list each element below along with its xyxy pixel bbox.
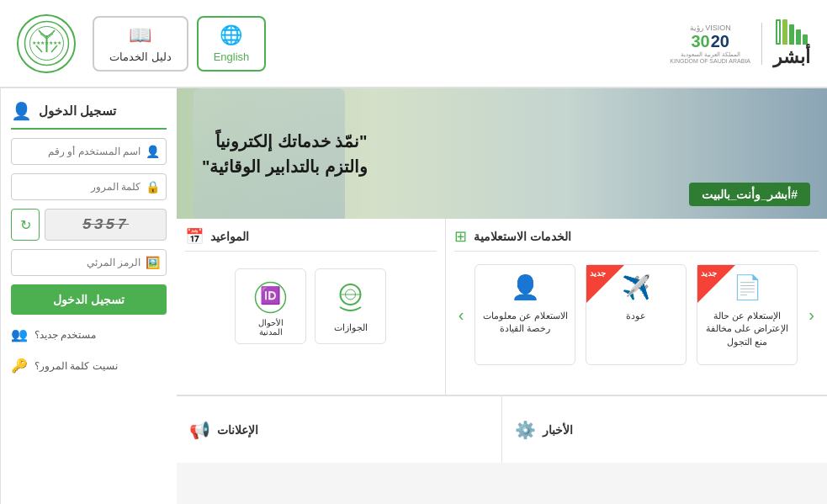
kingdom-label-en: KINGDOM OF SAUDI ARABIA <box>670 58 750 64</box>
abshir-title: أبشر <box>773 46 810 68</box>
calendar-icon: 📅 <box>185 227 204 246</box>
globe-icon: 🌐 <box>220 24 242 46</box>
news-title: الأخبار <box>543 423 573 437</box>
service-card-license[interactable]: 👤 الاستعلام عن معلومات رخصة القيادة <box>474 264 575 365</box>
bottom-row: الأخبار ⚙️ الإعلانات 📢 <box>177 395 827 463</box>
captcha-input[interactable] <box>11 249 167 276</box>
svg-line-3 <box>36 45 42 52</box>
forgot-password-link[interactable]: نسيت كلمة المرور؟ 🔑 <box>11 354 167 377</box>
passports-label: الجوازات <box>334 322 368 333</box>
vision-logo: أبشر VISION رؤية 20 30 المملكة العربية ا… <box>670 19 810 68</box>
guide-label: دليل الخدمات <box>109 50 172 63</box>
layers-icon: ⊞ <box>454 227 467 246</box>
login-sidebar: تسجيل الدخول 👤 👤 🔒 5357 ↻ 🖼️ تسجيل الدخو… <box>0 88 177 504</box>
svg-text:★★★★★★★: ★★★★★★★ <box>32 40 61 45</box>
civil-label: الأحوالالمدنية <box>258 318 284 337</box>
hero-banner: "نمّذ خدماتك إلكترونياً والتزم بالتدابير… <box>177 88 827 219</box>
username-wrapper: 👤 <box>11 138 167 165</box>
login-title-row: تسجيل الدخول 👤 <box>11 101 167 130</box>
main-layout: "نمّذ خدماتك إلكترونياً والتزم بالتدابير… <box>0 88 827 504</box>
passports-icon <box>330 280 372 322</box>
new-user-icon: 👥 <box>11 326 28 342</box>
announcements-icon: 📢 <box>189 420 210 440</box>
captcha-row: 5357 ↻ <box>11 209 167 241</box>
guide-button[interactable]: 📖 دليل الخدمات <box>93 16 188 72</box>
appointments-title: المواعيد <box>210 230 249 243</box>
vision-30: 30 <box>691 32 709 51</box>
login-icon: 👤 <box>11 101 32 121</box>
service-items-container: جديد 📄 الإستعلام عن حالة الإعتراض على مخ… <box>474 264 798 365</box>
new-user-label: مستخدم جديد؟ <box>34 329 96 341</box>
english-label: English <box>214 50 250 63</box>
header-buttons: 🌐 English 📖 دليل الخدمات <box>93 16 266 72</box>
appt-card-passports[interactable]: الجوازات <box>315 268 386 344</box>
banner-line2: والتزم بالتدابير الوقائية" <box>202 154 368 179</box>
english-button[interactable]: 🌐 English <box>197 16 267 72</box>
appointments-header: المواعيد 📅 <box>185 227 437 252</box>
captcha-input-wrapper: 🖼️ <box>11 249 167 276</box>
vision-label: VISION رؤية <box>690 24 731 32</box>
kingdom-label: المملكة العربية السعودية <box>681 51 740 58</box>
password-input[interactable] <box>11 173 167 200</box>
news-icon: ⚙️ <box>515 420 536 440</box>
inquiry-title: الخدمات الاستعلامية <box>474 230 571 243</box>
service-label-license: الاستعلام عن معلومات رخصة القيادة <box>482 310 568 336</box>
document-icon: 📄 <box>733 273 762 301</box>
forgot-password-icon: 🔑 <box>11 358 28 374</box>
service-label-violation: الإستعلام عن حالة الإعتراض على مخالفة من… <box>704 310 790 348</box>
appointment-items: الجوازات 🆔 الأحوالالمدنية <box>185 260 437 353</box>
services-grid: الخدمات الاستعلامية ⊞ ‹ جديد 📄 الإستعلام… <box>177 219 827 395</box>
vision2030-block: VISION رؤية 20 30 المملكة العربية السعود… <box>670 24 750 64</box>
service-label-return: عودة <box>626 310 646 322</box>
user-field-icon: 👤 <box>146 145 160 158</box>
login-button[interactable]: تسجيل الدخول <box>11 284 167 315</box>
svg-line-4 <box>51 45 57 52</box>
captcha-field-icon: 🖼️ <box>146 256 160 269</box>
abshir-bars-icon <box>776 19 808 45</box>
service-card-violation[interactable]: جديد 📄 الإستعلام عن حالة الإعتراض على مخ… <box>697 264 798 365</box>
banner-text: "نمّذ خدماتك إلكترونياً والتزم بالتدابير… <box>177 129 393 179</box>
person-icon: 👤 <box>511 273 540 301</box>
appt-card-civil[interactable]: 🆔 الأحوالالمدنية <box>235 268 306 344</box>
vision-20: 20 <box>711 32 729 51</box>
inquiry-services-list: ‹ جديد 📄 الإستعلام عن حالة الإعتراض على … <box>454 260 819 369</box>
main-content: "نمّذ خدماتك إلكترونياً والتزم بالتدابير… <box>177 88 827 504</box>
news-block[interactable]: الأخبار ⚙️ <box>501 395 827 463</box>
plane-icon: ✈️ <box>622 273 651 301</box>
civil-icon: 🆔 <box>250 276 292 318</box>
captcha-refresh-button[interactable]: ↻ <box>11 209 40 241</box>
captcha-image: 5357 <box>45 209 167 241</box>
inquiry-section: الخدمات الاستعلامية ⊞ ‹ جديد 📄 الإستعلام… <box>445 219 827 395</box>
forgot-password-label: نسيت كلمة المرور؟ <box>34 360 118 372</box>
prev-arrow-button[interactable]: ‹ <box>804 301 819 329</box>
announcements-title: الإعلانات <box>217 423 258 437</box>
svg-text:🆔: 🆔 <box>260 285 281 305</box>
emblem-svg: ★★★★★★★ <box>24 20 70 66</box>
login-title-text: تسجيل الدخول <box>39 103 116 119</box>
banner-line1: "نمّذ خدماتك إلكترونياً <box>202 129 368 154</box>
book-icon: 📖 <box>129 24 151 46</box>
new-badge-text-1: جديد <box>701 268 717 278</box>
captcha-text: 5357 <box>82 216 129 233</box>
lock-field-icon: 🔒 <box>146 180 160 194</box>
new-user-link[interactable]: مستخدم جديد؟ 👥 <box>11 323 167 346</box>
inquiry-header: الخدمات الاستعلامية ⊞ <box>454 227 819 252</box>
banner-hashtag: #أبشر_وأنت_بالبيت <box>689 183 810 206</box>
service-card-return[interactable]: جديد ✈️ عودة <box>586 264 687 365</box>
password-wrapper: 🔒 <box>11 173 167 200</box>
header: أبشر VISION رؤية 20 30 المملكة العربية ا… <box>0 0 827 88</box>
appointments-section: المواعيد 📅 الجوازات <box>177 219 445 395</box>
next-arrow-button[interactable]: › <box>454 301 469 329</box>
divider <box>761 23 762 65</box>
emblem-logo: ★★★★★★★ <box>17 14 76 73</box>
new-badge-text-2: جديد <box>590 268 606 278</box>
announcements-block[interactable]: الإعلانات 📢 <box>177 395 501 463</box>
username-input[interactable] <box>11 138 167 165</box>
